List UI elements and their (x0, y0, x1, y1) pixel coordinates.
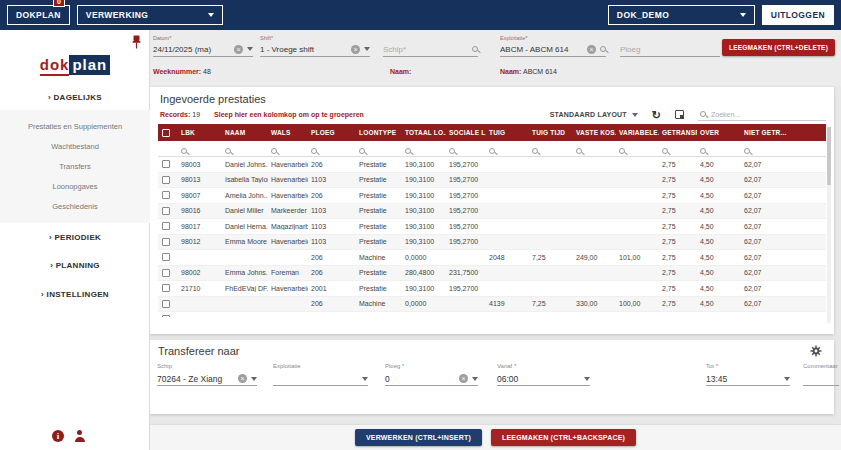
chevron-down-icon[interactable] (472, 377, 478, 381)
column-header-naam[interactable]: NAAM (222, 129, 268, 136)
column-header-ploeg[interactable]: PLOEG (308, 129, 356, 136)
clear-button[interactable]: LEEGMAKEN (CTRL+BACKSPACE) (491, 429, 636, 446)
column-filter-tuig-tijd[interactable] (529, 140, 573, 158)
row-checkbox[interactable] (162, 191, 170, 199)
sidebar-item-prestaties-en-supplementen[interactable]: Prestaties en Supplementen (28, 122, 122, 131)
transfer-exploitatie-field[interactable]: Exploitatie (273, 363, 368, 386)
clear-filters-button[interactable]: LEEGMAKEN (CTRL+DELETE) (722, 39, 835, 56)
grid-search-input[interactable] (711, 111, 811, 118)
transfer-vanaf-field[interactable]: Vanaf * 06:00 (497, 363, 590, 386)
schip-field[interactable]: Schip* (383, 35, 478, 57)
column-header-wals[interactable]: WALS (268, 129, 308, 136)
scrollbar-thumb[interactable] (827, 127, 831, 185)
column-filter-tuig[interactable] (486, 140, 529, 158)
column-header-lbk[interactable]: LBK (178, 129, 222, 136)
layout-selector[interactable]: STANDAARD LAYOUT (550, 111, 638, 118)
transfer-ploeg-field[interactable]: Ploeg * 0 (385, 363, 478, 386)
sidebar-section-periodiek[interactable]: PERIODIEK (0, 233, 150, 242)
save-layout-icon[interactable] (675, 110, 684, 119)
row-checkbox[interactable] (162, 176, 170, 184)
table-row[interactable]: 21710FhEdEVaj DF...Havenarbeid...2001Pre… (158, 281, 826, 297)
search-icon[interactable] (600, 46, 606, 52)
table-row[interactable]: 206Machine0,000020487,25249,00101,002,75… (158, 250, 826, 266)
logout-button[interactable]: UITLOGGEN (762, 5, 834, 25)
column-header-vaste-kos[interactable]: VASTE KOS... (573, 129, 616, 136)
row-checkbox[interactable] (162, 222, 170, 230)
column-filter-lbk[interactable] (178, 140, 222, 158)
clear-icon[interactable] (238, 374, 247, 383)
user-icon[interactable] (73, 430, 86, 442)
table-row[interactable]: 98017Daniel Herna...Magazijnarb...1103Pr… (158, 219, 826, 235)
column-header-sociale-l[interactable]: SOCIALE L... (446, 129, 486, 136)
chevron-down-icon[interactable] (784, 377, 790, 381)
gear-icon[interactable] (810, 345, 822, 357)
clear-icon[interactable] (459, 374, 468, 383)
column-header-tuig[interactable]: TUIG (486, 129, 529, 136)
transfer-schip-field[interactable]: Schip 70264 - Ze Xiang (157, 363, 257, 386)
row-checkbox[interactable] (162, 238, 170, 246)
column-filter-over[interactable] (697, 140, 741, 158)
chevron-down-icon[interactable] (584, 377, 590, 381)
column-filter-getransf[interactable] (659, 140, 697, 158)
datum-field[interactable]: Datum* 24/11/2025 (ma) (153, 35, 253, 57)
row-checkbox[interactable] (162, 300, 170, 308)
pin-icon[interactable] (131, 35, 142, 49)
row-checkbox[interactable] (162, 207, 170, 215)
chevron-down-icon[interactable] (364, 47, 370, 51)
column-filter-vaste-kos[interactable] (573, 140, 616, 158)
dokplan-menu-button[interactable]: DOKPLAN (7, 5, 70, 25)
select-all-checkbox[interactable] (162, 129, 170, 137)
column-filter-sociale-l[interactable] (446, 140, 486, 158)
row-checkbox[interactable] (162, 315, 170, 317)
transfer-tot-field[interactable]: Tot * 13:45 (706, 363, 790, 386)
clear-icon[interactable] (351, 45, 360, 54)
sidebar-item-transfers[interactable]: Transfers (59, 162, 90, 171)
column-header-tuig-tijd[interactable]: TUIG TIJD (529, 129, 573, 136)
grid-search[interactable] (698, 108, 826, 121)
sidebar-item-loonopgaves[interactable]: Loonopgaves (52, 182, 97, 191)
info-icon[interactable]: i (52, 430, 64, 442)
column-filter-ploeg[interactable] (308, 140, 356, 158)
column-filter-naam[interactable] (222, 140, 268, 158)
clear-icon[interactable] (234, 45, 243, 54)
clear-icon[interactable] (587, 45, 596, 54)
row-checkbox[interactable] (162, 284, 170, 292)
sidebar-section-planning[interactable]: PLANNING (0, 261, 150, 270)
sidebar-section-dagelijks[interactable]: DAGELIJKS (0, 93, 150, 102)
grid-scrollbar[interactable] (827, 127, 831, 323)
module-dropdown[interactable]: VERWERKING (77, 5, 223, 25)
table-row[interactable]: 98012Emma MooreHavenarbeid...1103Prestat… (158, 235, 826, 251)
table-row[interactable]: 206Machine0,000041397,25330,00100,002,75… (158, 297, 826, 313)
row-checkbox[interactable] (162, 253, 170, 261)
exploitatie-field[interactable]: Exploitatie* ABCM - ABCM 614 (500, 35, 606, 57)
column-filter-variabele[interactable] (616, 140, 659, 158)
column-filter-totaal-lo[interactable] (402, 140, 446, 158)
table-row[interactable]: 98003Daniel Johns...Havenarbeid...206Pre… (158, 157, 826, 173)
chevron-down-icon[interactable] (251, 377, 257, 381)
table-row[interactable]: 98013Isabella TaylorHavenarbeid...1103Pr… (158, 173, 826, 189)
column-header-getransf[interactable]: GETRANSF... (659, 129, 697, 136)
transfer-commentaar-field[interactable]: Commentaar (803, 363, 839, 386)
column-header-over[interactable]: OVER (697, 129, 741, 136)
column-header-totaal-lo[interactable]: TOTAAL LO... (402, 129, 446, 136)
table-row[interactable]: 98002Emma Johns...Foreman206Prestatie280… (158, 266, 826, 282)
environment-dropdown[interactable]: DOK_DEMO (608, 5, 755, 25)
shift-field[interactable]: Shift* 1 - Vroege shift (260, 35, 370, 57)
sidebar-section-instellingen[interactable]: INSTELLINGEN (0, 290, 150, 299)
table-row[interactable] (158, 312, 826, 317)
chevron-down-icon[interactable] (362, 377, 368, 381)
table-row[interactable]: 98016Daniel MillerMarkeerder - ...1103Pr… (158, 204, 826, 220)
sidebar-item-wachtbestand[interactable]: Wachtbestand (51, 142, 99, 151)
column-filter-niet-getr[interactable] (741, 140, 826, 158)
table-row[interactable]: 98007Amelia John...Havenarbeid...206Pres… (158, 188, 826, 204)
column-filter-wals[interactable] (268, 140, 308, 158)
column-header-loontype[interactable]: LOONTYPE (356, 129, 402, 136)
search-icon[interactable] (472, 46, 478, 52)
column-header-variabele[interactable]: VARIABELE... (616, 129, 659, 136)
chevron-down-icon[interactable] (247, 47, 253, 51)
column-header-niet-getr[interactable]: NIET GETR... (741, 129, 826, 136)
row-checkbox[interactable] (162, 269, 170, 277)
ploeg-field[interactable]: Ploeg (620, 35, 720, 57)
process-button[interactable]: VERWERKEN (CTRL+INSERT) (355, 429, 482, 446)
refresh-icon[interactable]: ↻ (652, 110, 661, 120)
